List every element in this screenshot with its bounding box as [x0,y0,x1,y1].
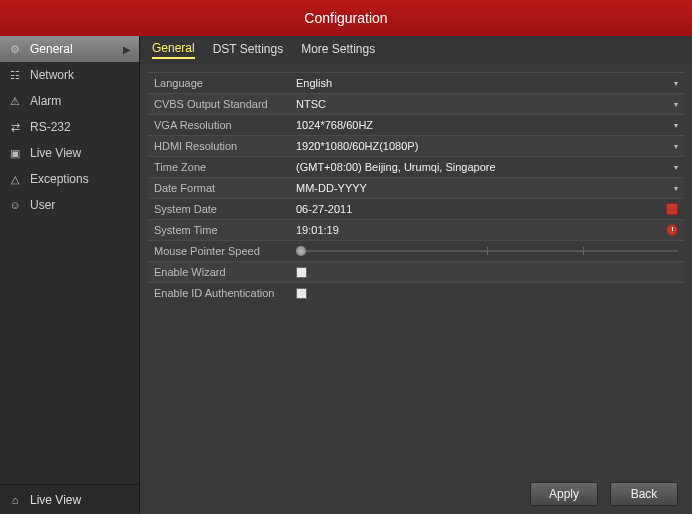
row-tz: Time Zone(GMT+08:00) Beijing, Urumqi, Si… [148,156,684,177]
gear-icon: ⚙ [8,42,22,56]
field-systime[interactable]: 19:01:19 [296,224,684,236]
label-wizard: Enable Wizard [148,266,296,278]
chevron-down-icon: ▾ [674,184,678,193]
field-sysdate[interactable]: 06-27-2011 [296,203,684,215]
sidebar-item-alarm[interactable]: ⚠Alarm [0,88,139,114]
value-sysdate: 06-27-2011 [296,203,666,215]
sidebar-spacer [0,218,139,484]
slider-mouse[interactable] [296,245,678,257]
value-vga: 1024*768/60HZ [296,119,674,131]
user-icon: ☺ [8,198,22,212]
sidebar-item-rs-232[interactable]: ⇄RS-232 [0,114,139,140]
sidebar-item-user[interactable]: ☺User [0,192,139,218]
row-idauth: Enable ID Authentication [148,282,684,303]
field-tz[interactable]: (GMT+08:00) Beijing, Urumqi, Singapore▾ [296,161,684,173]
row-datefmt: Date FormatMM-DD-YYYY▾ [148,177,684,198]
sidebar-item-label: User [30,198,55,212]
slider-knob[interactable] [296,246,306,256]
tab-more-settings[interactable]: More Settings [301,42,375,58]
label-tz: Time Zone [148,161,296,173]
row-hdmi: HDMI Resolution1920*1080/60HZ(1080P)▾ [148,135,684,156]
field-idauth[interactable] [296,288,684,299]
row-wizard: Enable Wizard [148,261,684,282]
row-language: LanguageEnglish▾ [148,72,684,93]
chevron-down-icon: ▾ [674,100,678,109]
row-sysdate: System Date06-27-2011 [148,198,684,219]
sidebar-item-label: RS-232 [30,120,71,134]
back-button[interactable]: Back [610,482,678,506]
home-icon: ⌂ [8,493,22,507]
row-mouse: Mouse Pointer Speed [148,240,684,261]
tab-general[interactable]: General [152,41,195,59]
row-cvbs: CVBS Output StandardNTSC▾ [148,93,684,114]
chevron-down-icon: ▾ [674,163,678,172]
value-language: English [296,77,674,89]
label-hdmi: HDMI Resolution [148,140,296,152]
sidebar-item-label: Exceptions [30,172,89,186]
titlebar: Configuration [0,0,692,36]
field-language[interactable]: English▾ [296,77,684,89]
chevron-down-icon: ▾ [674,142,678,151]
tab-dst-settings[interactable]: DST Settings [213,42,283,58]
sidebar-item-label: Network [30,68,74,82]
row-systime: System Time19:01:19 [148,219,684,240]
field-cvbs[interactable]: NTSC▾ [296,98,684,110]
body: ⚙General▶☷Network⚠Alarm⇄RS-232▣Live View… [0,36,692,514]
sidebar-item-label: Live View [30,146,81,160]
sidebar-item-label: Alarm [30,94,61,108]
chevron-right-icon: ▶ [123,44,131,55]
exceptions-icon: △ [8,172,22,186]
value-datefmt: MM-DD-YYYY [296,182,674,194]
field-hdmi[interactable]: 1920*1080/60HZ(1080P)▾ [296,140,684,152]
label-sysdate: System Date [148,203,296,215]
sidebar-item-general[interactable]: ⚙General▶ [0,36,139,62]
value-systime: 19:01:19 [296,224,666,236]
label-vga: VGA Resolution [148,119,296,131]
value-cvbs: NTSC [296,98,674,110]
field-mouse[interactable] [296,245,684,257]
field-datefmt[interactable]: MM-DD-YYYY▾ [296,182,684,194]
button-bar: Apply Back [140,474,692,514]
tab-bar: GeneralDST SettingsMore Settings [140,36,692,64]
sidebar-item-label: General [30,42,73,56]
label-cvbs: CVBS Output Standard [148,98,296,110]
calendar-icon [666,203,678,215]
field-wizard[interactable] [296,267,684,278]
clock-icon [666,224,678,236]
label-mouse: Mouse Pointer Speed [148,245,296,257]
value-hdmi: 1920*1080/60HZ(1080P) [296,140,674,152]
label-systime: System Time [148,224,296,236]
field-vga[interactable]: 1024*768/60HZ▾ [296,119,684,131]
checkbox-wizard[interactable] [296,267,307,278]
network-icon: ☷ [8,68,22,82]
value-tz: (GMT+08:00) Beijing, Urumqi, Singapore [296,161,674,173]
liveview-icon: ▣ [8,146,22,160]
row-vga: VGA Resolution1024*768/60HZ▾ [148,114,684,135]
config-window: Configuration ⚙General▶☷Network⚠Alarm⇄RS… [0,0,692,514]
sidebar-item-network[interactable]: ☷Network [0,62,139,88]
chevron-down-icon: ▾ [674,79,678,88]
window-title: Configuration [304,10,387,26]
apply-button[interactable]: Apply [530,482,598,506]
chevron-down-icon: ▾ [674,121,678,130]
sidebar-item-live-view[interactable]: ▣Live View [0,140,139,166]
sidebar-footer-liveview[interactable]: ⌂ Live View [0,484,139,514]
sidebar: ⚙General▶☷Network⚠Alarm⇄RS-232▣Live View… [0,36,140,514]
sidebar-item-exceptions[interactable]: △Exceptions [0,166,139,192]
alarm-icon: ⚠ [8,94,22,108]
main-panel: GeneralDST SettingsMore Settings Languag… [140,36,692,514]
label-language: Language [148,77,296,89]
checkbox-idauth[interactable] [296,288,307,299]
sidebar-footer-label: Live View [30,493,81,507]
label-idauth: Enable ID Authentication [148,287,296,299]
form-area: LanguageEnglish▾CVBS Output StandardNTSC… [140,64,692,474]
label-datefmt: Date Format [148,182,296,194]
serial-icon: ⇄ [8,120,22,134]
